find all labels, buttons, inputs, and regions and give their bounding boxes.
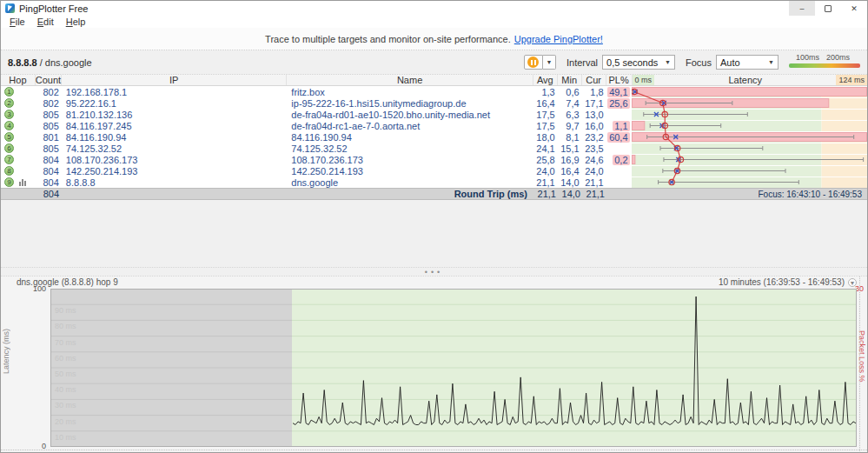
summary-count: 804 [36, 189, 62, 200]
svg-text:20 ms: 20 ms [55, 417, 76, 426]
column-header-name[interactable]: Name [287, 75, 533, 85]
column-header-hop[interactable]: Hop [1, 75, 36, 85]
chevron-down-icon: ▼ [659, 59, 671, 65]
pause-button[interactable] [524, 55, 543, 70]
packet-loss-badge: 60,4 [607, 132, 629, 143]
pause-dropdown-button[interactable]: ▼ [543, 55, 556, 70]
chevron-down-icon: ▼ [763, 59, 774, 65]
target-toolbar: 8.8.8.8 / dns.google ▼ Interval 0,5 seco… [1, 50, 867, 74]
packet-loss-badge: 0,2 [613, 155, 629, 165]
ip-cell: 81.210.132.136 [62, 109, 287, 120]
menu-edit[interactable]: Edit [31, 17, 60, 27]
column-header-avg[interactable]: Avg [533, 75, 558, 85]
upgrade-link[interactable]: Upgrade PingPlotter! [514, 34, 603, 44]
avg-cell: 24,1 [533, 143, 558, 154]
count-cell: 804 [36, 154, 62, 165]
latency-scale-legend: 100ms 200ms [789, 55, 860, 70]
bar-chart-icon [19, 179, 26, 186]
avg-cell: 21,1 [533, 177, 558, 188]
panel-bottom-divider [1, 450, 867, 450]
hop-table-header: Hop Count IP Name Avg Min Cur PL% 0 ms L… [1, 74, 867, 86]
timeline-range[interactable]: 10 minutes (16:39:53 - 16:49:53) [719, 277, 845, 287]
column-header-min[interactable]: Min [558, 75, 582, 85]
column-header-cur[interactable]: Cur [582, 75, 606, 85]
packet-loss-cell: 60,4 [606, 131, 633, 143]
title-bar: PingPlotter Free – ✕ [1, 1, 867, 16]
hop-cell: 6 [1, 143, 36, 154]
summary-avg: 21,1 [534, 189, 559, 200]
avg-cell: 17,5 [533, 120, 558, 131]
cur-cell: 1,8 [582, 86, 606, 97]
summary-hop-cell [1, 189, 36, 200]
column-header-ip[interactable]: IP [62, 75, 287, 85]
toolbar-controls: ▼ Interval 0,5 seconds ▼ Focus Auto ▼ 10… [524, 55, 860, 70]
latency-scale-min: 0 ms [633, 75, 655, 85]
svg-text:80 ms: 80 ms [55, 322, 76, 330]
focus-range-text: Focus: 16:43:10 - 16:49:53 [758, 190, 862, 199]
window-title: PingPlotter Free [19, 3, 88, 14]
upgrade-banner: Trace to multiple targets and monitor on… [1, 28, 867, 50]
column-header-pl[interactable]: PL% [606, 75, 633, 85]
summary-ip-cell [62, 189, 288, 200]
column-header-count[interactable]: Count [36, 75, 62, 85]
scale-label-200ms: 200ms [826, 53, 850, 62]
interval-select[interactable]: 0,5 seconds ▼ [602, 55, 675, 70]
svg-text:50 ms: 50 ms [55, 370, 76, 378]
ip-cell: 84.116.190.94 [62, 131, 287, 143]
focus-select[interactable]: Auto ▼ [716, 55, 779, 70]
interval-label: Interval [567, 57, 598, 68]
hop-cell: 5 [1, 131, 36, 143]
svg-text:30 ms: 30 ms [55, 401, 76, 410]
focus-label: Focus [686, 57, 712, 68]
yaxis-max-label: 100 [30, 284, 46, 293]
menu-help[interactable]: Help [60, 17, 92, 27]
cur-cell: 13,0 [582, 109, 606, 120]
ip-cell: 74.125.32.52 [62, 143, 287, 154]
cur-cell: 24,0 [582, 165, 606, 177]
avg-cell: 1,3 [533, 86, 558, 97]
hop-number-badge: 7 [4, 155, 14, 164]
ip-cell: 8.8.8.8 [62, 177, 287, 188]
ip-cell: 108.170.236.173 [62, 154, 287, 165]
count-cell: 804 [36, 165, 62, 177]
packet-loss-cell [606, 165, 633, 177]
minimize-button[interactable]: – [789, 1, 815, 16]
avg-cell: 17,5 [533, 109, 558, 120]
avg-cell: 25,8 [533, 154, 558, 165]
ip-cell: 95.222.16.1 [62, 97, 287, 109]
avg-cell: 24,0 [533, 165, 558, 177]
min-cell: 14,0 [558, 177, 582, 188]
close-button[interactable]: ✕ [841, 1, 867, 16]
avg-cell: 16,4 [533, 97, 558, 109]
hop-cell: 7 [1, 154, 36, 165]
latency-time-plot[interactable]: 90 ms80 ms70 ms60 ms50 ms40 ms30 ms20 ms… [50, 289, 857, 447]
min-cell: 16,4 [558, 165, 582, 177]
cur-cell: 21,1 [582, 177, 606, 188]
count-cell: 804 [36, 177, 62, 188]
panel-right-divider [859, 276, 860, 453]
name-cell: 74.125.32.52 [287, 143, 533, 154]
interval-value: 0,5 seconds [606, 57, 658, 68]
min-cell: 16,9 [558, 154, 582, 165]
cur-cell: 23,5 [582, 143, 606, 154]
latency-scale-max: 124 ms [836, 75, 867, 85]
packet-loss-cell [606, 143, 633, 154]
min-cell: 7,4 [558, 97, 582, 109]
pane-splitter[interactable]: ••• [1, 267, 867, 276]
maximize-button[interactable] [815, 1, 841, 16]
target-hostname: dns.google [45, 57, 92, 68]
column-header-latency[interactable]: 0 ms Latency 124 ms [633, 75, 867, 85]
target-address: 8.8.8.8 [8, 57, 37, 68]
ip-cell: 192.168.178.1 [62, 86, 287, 97]
menu-file[interactable]: File [3, 17, 31, 27]
count-cell: 802 [36, 86, 62, 97]
packet-loss-badge: 49,1 [607, 87, 629, 97]
name-cell: 108.170.236.173 [287, 154, 533, 165]
summary-row: 804 Round Trip (ms) 21,1 14,0 21,1 Focus… [1, 188, 867, 200]
cur-cell: 17,1 [582, 97, 606, 109]
pause-icon [527, 57, 539, 68]
name-cell: de-fra04d-rc1-ae-7-0.aorta.net [287, 120, 533, 131]
empty-workspace-area [1, 200, 867, 267]
hop-number-badge: 8 [4, 166, 14, 176]
latency-title: Latency [729, 75, 763, 85]
